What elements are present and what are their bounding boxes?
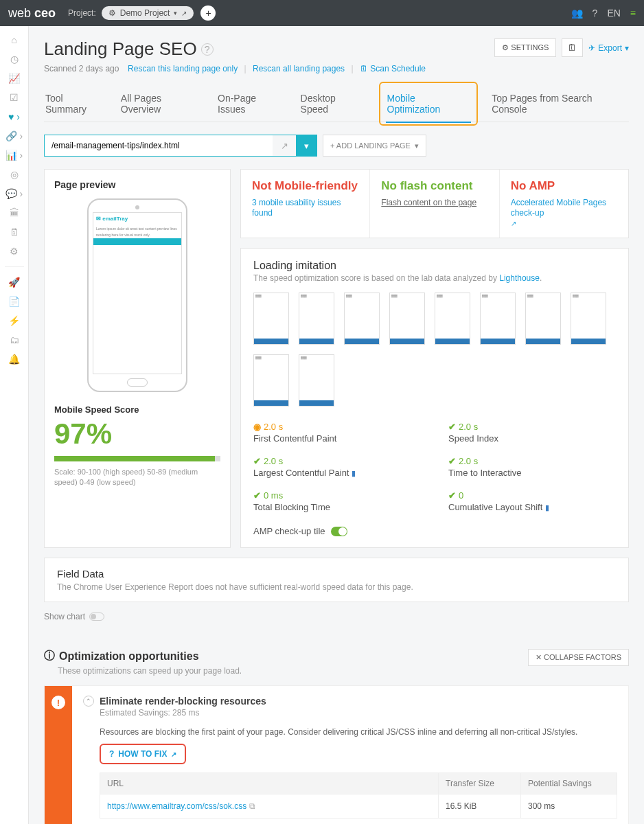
opportunities-title: ⓘ Optimization opportunities [44,649,242,663]
check-icon: ✔ [253,456,261,466]
check-icon: ✔ [448,422,456,432]
preview-title: Page preview [54,179,220,190]
project-label: Project: [68,8,96,18]
flash-sub: Flash content on the page [381,198,476,207]
external-link-icon[interactable]: ↗ [273,135,296,156]
how-to-fix-button[interactable]: ? HOW TO FIX ↗ [100,744,186,764]
export-button[interactable]: ✈ Export ▾ [588,38,629,57]
loading-sub: The speed optimization score is based on… [253,273,616,283]
page-preview-card: Page preview ✉ emailTray Lorem ipsum dol… [44,169,231,548]
loading-title: Loading imitation [253,260,616,272]
amp-toggle[interactable] [331,527,347,536]
toggle-off-icon [89,613,104,621]
calendar-icon[interactable]: 🗓 [3,224,25,240]
menu-icon[interactable]: ≡ [630,8,636,19]
collapse-icon[interactable]: ⌃ [83,696,94,707]
check-icon: ✔ [253,490,261,501]
warning-icon: ◉ [253,422,261,432]
building-icon[interactable]: 🏛 [3,205,25,221]
collapse-factors-button[interactable]: ✕ COLLAPSE FACTORS [528,649,629,666]
rocket-icon[interactable]: 🚀 [3,274,25,290]
issue-savings: Estimated Savings: 285 ms [100,708,617,718]
url-input[interactable] [45,135,273,156]
top-right-actions: 👥 ? EN ≡ [571,8,636,19]
project-selector[interactable]: ⚙ Demo Project ▾ ↗ [102,6,194,20]
rescan-this-link[interactable]: Rescan this landing page only [128,64,238,73]
bars-icon[interactable]: 📊 › [3,147,25,163]
loading-imitation-card: Loading imitation The speed optimization… [240,248,629,548]
loading-thumbnails: ▓▓▓ ▓▓▓ ▓▓▓ ▓▓▓ ▓▓▓ ▓▓▓ ▓▓▓ ▓▓▓ ▓▓▓ ▓▓▓ [253,293,616,407]
rescan-all-link[interactable]: Rescan all landing pages [253,64,345,73]
speed-scale-text: Scale: 90-100 (high speed) 50-89 (medium… [54,467,220,488]
resource-url-link[interactable]: https://www.emailtray.com/css/sok.css [107,801,246,811]
chevron-down-icon: ▾ [174,10,177,16]
settings-button[interactable]: ⚙ SETTINGS [494,38,556,57]
usability-issues-link[interactable]: 3 mobile usability issues found [252,198,341,218]
external-link-icon: ↗ [181,10,187,17]
calendar-icon: 🗓 [360,64,368,73]
logo: web ceo [8,6,56,21]
location-icon[interactable]: ◎ [3,166,25,183]
fcp-label: First Contentful Paint [253,433,421,444]
external-link-icon: ↗ [511,220,516,227]
help-icon[interactable]: ? [201,43,214,56]
table-row: https://www.emailtray.com/css/sok.css ⧉ … [100,794,617,819]
info-icon: ⓘ [44,649,55,663]
speed-score-label: Mobile Speed Score [54,404,220,415]
speed-bar [54,456,220,461]
checkbox-icon[interactable]: ☑ [3,89,25,106]
check-icon: ✔ [448,456,456,466]
folder-icon[interactable]: 🗂 [3,332,25,348]
tab-on-page[interactable]: On-Page Issues [216,86,287,122]
field-data-sub: The Chrome User Experience Report does n… [57,582,616,592]
amp-link[interactable]: Accelerated Mobile Pages check-up↗ [511,198,606,228]
top-bar: web ceo Project: ⚙ Demo Project ▾ ↗ + 👥 … [0,0,644,26]
show-chart-toggle[interactable]: Show chart [44,612,629,621]
lighthouse-link[interactable]: Lighthouse [499,273,540,283]
bolt-icon[interactable]: ⚡ [3,312,25,329]
tab-top-pages[interactable]: Top Pages from Search Console [490,86,629,122]
health-icon[interactable]: ♥ › [3,108,25,125]
not-mobile-friendly-title: Not Mobile-friendly [252,179,358,193]
url-dropdown-button[interactable]: ▾ [296,135,317,156]
no-amp-title: No AMP [511,179,617,193]
link-icon[interactable]: 🔗 › [3,128,25,144]
check-icon: ✔ [448,490,456,501]
report-icon[interactable]: 📄 [3,293,25,310]
language-switch[interactable]: EN [607,8,620,19]
status-row: Not Mobile-friendly 3 mobile usability i… [240,169,629,238]
tab-desktop[interactable]: Desktop Speed [299,86,367,122]
users-icon[interactable]: 👥 [571,8,583,19]
main-content: Landing Page SEO ? Scanned 2 days ago Re… [29,26,644,824]
field-data-card: Field Data The Chrome User Experience Re… [44,558,629,602]
bookmark-icon: ▮ [352,469,356,477]
chat-icon[interactable]: 💬 › [3,185,25,202]
tbt-label: Total Blocking Time [253,502,421,512]
tab-mobile[interactable]: Mobile Optimization [386,86,472,123]
question-icon: ? [109,749,114,759]
scan-schedule-link[interactable]: 🗓 Scan Schedule [360,64,426,73]
lcp-label: Largest Contentful Paint ▮ [253,468,421,478]
copy-icon[interactable]: ⧉ [249,801,255,811]
help-icon[interactable]: ? [593,8,598,19]
external-link-icon: ↗ [171,751,176,758]
issue-card-render-blocking: ! ⌃ Eliminate render-blocking resources … [44,685,629,824]
tab-tool-summary[interactable]: Tool Summary [44,86,107,122]
home-icon[interactable]: ⌂ [3,32,25,48]
add-project-button[interactable]: + [200,5,216,21]
issue-severity-badge: ! [45,686,72,824]
chart-icon[interactable]: 📈 [3,70,25,87]
tab-all-pages[interactable]: All Pages Overview [119,86,204,122]
speed-score-value: 97% [54,417,220,450]
page-title: Landing Page SEO ? [44,38,430,60]
dashboard-icon[interactable]: ◷ [3,51,25,67]
gear-icon[interactable]: ⚙ [3,243,25,260]
bell-icon[interactable]: 🔔 [3,351,25,367]
cls-label: Cumulative Layout Shift ▮ [448,502,616,512]
bookmark-icon: ▮ [545,503,549,512]
tab-mobile-highlight: Mobile Optimization [379,82,479,126]
add-landing-button[interactable]: + ADD LANDING PAGE ▾ [323,135,426,157]
th-url: URL [100,773,439,794]
calendar-button[interactable]: 🗓 [562,38,583,57]
share-icon: ⚙ [108,8,116,18]
